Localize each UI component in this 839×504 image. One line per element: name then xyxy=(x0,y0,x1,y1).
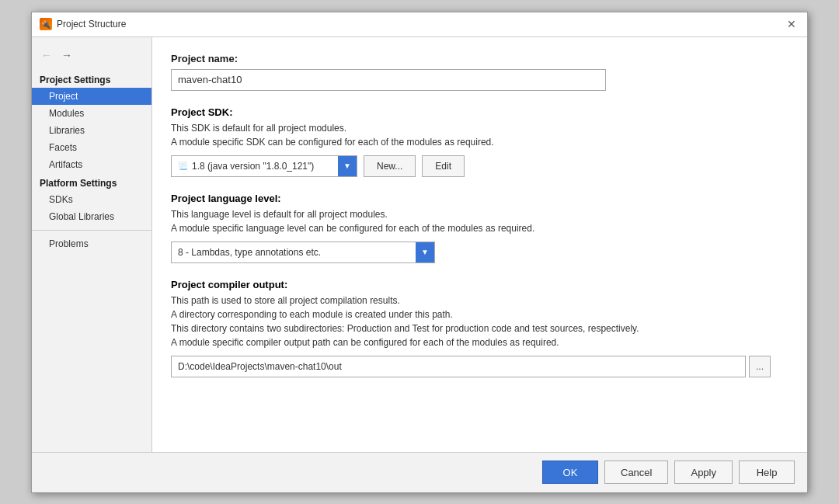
sidebar-item-libraries[interactable]: Libraries xyxy=(32,122,151,139)
forward-button[interactable]: → xyxy=(58,47,75,64)
compiler-output-label: Project compiler output: xyxy=(171,279,789,290)
sidebar-item-problems[interactable]: Problems xyxy=(32,235,151,252)
language-level-value: 8 - Lambdas, type annotations etc. xyxy=(172,247,416,258)
sidebar-item-sdks[interactable]: SDKs xyxy=(32,191,151,208)
titlebar: 🔌 Project Structure ✕ xyxy=(32,12,807,37)
project-structure-dialog: 🔌 Project Structure ✕ ← → Project Settin… xyxy=(31,12,808,493)
language-level-section: Project language level: This language le… xyxy=(171,193,789,263)
main-content: Project name: Project SDK: This SDK is d… xyxy=(152,37,807,452)
compiler-output-row: ... xyxy=(171,356,789,377)
language-level-dropdown-arrow-icon[interactable]: ▼ xyxy=(416,242,434,262)
app-icon: 🔌 xyxy=(40,18,52,30)
compiler-output-section: Project compiler output: This path is us… xyxy=(171,279,789,377)
project-sdk-desc1: This SDK is default for all project modu… xyxy=(171,121,789,149)
sdk-dropdown-arrow-icon[interactable]: ▼ xyxy=(338,156,357,176)
sidebar-navigation: ← → xyxy=(32,43,151,70)
project-name-input[interactable] xyxy=(171,69,606,91)
back-button[interactable]: ← xyxy=(38,47,55,64)
sdk-controls-row: 📃 1.8 (java version "1.8.0_121") ▼ New..… xyxy=(171,155,789,177)
dialog-title: Project Structure xyxy=(57,19,126,30)
sidebar: ← → Project Settings Project Modules Lib… xyxy=(32,37,152,452)
sdk-new-button[interactable]: New... xyxy=(364,155,416,177)
compiler-output-browse-button[interactable]: ... xyxy=(749,356,771,377)
sidebar-item-facets[interactable]: Facets xyxy=(32,139,151,156)
titlebar-left: 🔌 Project Structure xyxy=(40,18,126,30)
sidebar-item-project[interactable]: Project xyxy=(32,88,151,105)
language-level-dropdown[interactable]: 8 - Lambdas, type annotations etc. ▼ xyxy=(171,242,435,263)
dialog-footer: OK Cancel Apply Help xyxy=(32,452,807,492)
language-level-desc: This language level is default for all p… xyxy=(171,207,789,235)
cancel-button[interactable]: Cancel xyxy=(604,461,668,484)
sdk-value: 1.8 (java version "1.8.0_121") xyxy=(192,161,314,172)
sidebar-divider xyxy=(32,230,151,231)
ok-button[interactable]: OK xyxy=(542,461,598,484)
project-sdk-section: Project SDK: This SDK is default for all… xyxy=(171,106,789,177)
content-area: ← → Project Settings Project Modules Lib… xyxy=(32,37,807,452)
sidebar-item-modules[interactable]: Modules xyxy=(32,105,151,122)
platform-settings-header: Platform Settings xyxy=(32,173,151,191)
language-level-label: Project language level: xyxy=(171,193,789,204)
close-button[interactable]: ✕ xyxy=(784,16,799,32)
project-name-label: Project name: xyxy=(171,53,789,64)
help-button[interactable]: Help xyxy=(739,461,795,484)
project-settings-header: Project Settings xyxy=(32,70,151,88)
apply-button[interactable]: Apply xyxy=(674,461,733,484)
project-name-section: Project name: xyxy=(171,53,789,91)
compiler-output-input[interactable] xyxy=(171,356,746,377)
compiler-output-desc: This path is used to store all project c… xyxy=(171,294,789,349)
sidebar-item-global-libraries[interactable]: Global Libraries xyxy=(32,208,151,225)
sdk-edit-button[interactable]: Edit xyxy=(422,155,465,177)
project-sdk-label: Project SDK: xyxy=(171,106,789,118)
sdk-dropdown[interactable]: 📃 1.8 (java version "1.8.0_121") ▼ xyxy=(171,155,357,177)
sidebar-item-artifacts[interactable]: Artifacts xyxy=(32,156,151,173)
